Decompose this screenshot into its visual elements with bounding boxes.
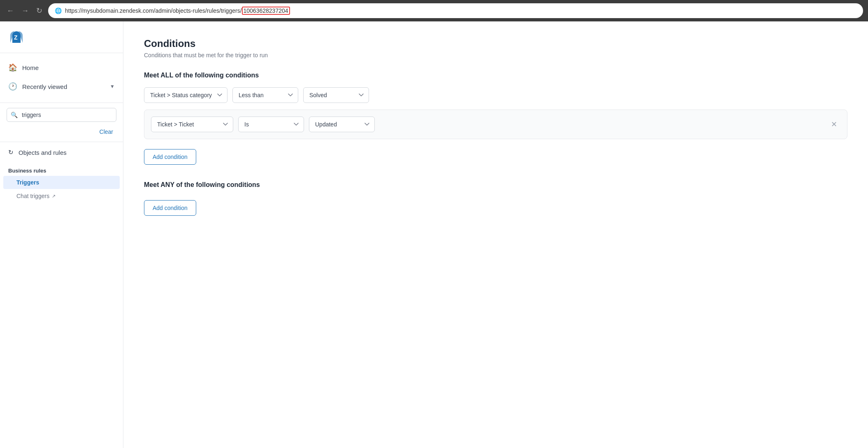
- add-condition-any-button[interactable]: Add condition: [144, 200, 196, 216]
- back-button[interactable]: ←: [5, 5, 16, 17]
- url-highlight: 10063628237204: [242, 7, 290, 15]
- svg-text:Z: Z: [14, 34, 18, 41]
- url-text: https://mysubdomain.zendesk.com/admin/ob…: [65, 7, 856, 14]
- forward-button[interactable]: →: [20, 5, 30, 17]
- condition2-value-dropdown[interactable]: Updated: [309, 117, 375, 132]
- business-rules-label: Business rules: [0, 164, 123, 175]
- objects-rules-label: Objects and rules: [19, 149, 67, 156]
- any-conditions-section: Meet ANY of the following conditions Add…: [144, 181, 847, 216]
- chevron-down-icon: ▼: [110, 84, 115, 89]
- objects-rules-icon: ↻: [8, 149, 14, 156]
- condition2-operator-dropdown[interactable]: Is: [238, 117, 304, 132]
- condition2-delete-button[interactable]: ✕: [828, 118, 840, 131]
- sidebar-item-chat-triggers[interactable]: Chat triggers ↗: [3, 189, 120, 203]
- home-icon: 🏠: [8, 63, 17, 72]
- sidebar-item-triggers[interactable]: Triggers: [3, 176, 120, 189]
- sidebar-divider: [0, 103, 123, 103]
- sidebar-item-home[interactable]: 🏠 Home: [0, 58, 123, 77]
- condition2-dropdowns: Ticket > Ticket Is Updated: [151, 117, 824, 132]
- address-bar[interactable]: 🌐 https://mysubdomain.zendesk.com/admin/…: [48, 3, 863, 18]
- sidebar: Z 🏠 Home 🕐 Recently viewed ▼ 🔍: [0, 21, 123, 448]
- reload-button[interactable]: ↻: [35, 5, 44, 17]
- clock-icon: 🕐: [8, 82, 17, 91]
- external-link-icon: ↗: [52, 194, 56, 199]
- browser-chrome: ← → ↻ 🌐 https://mysubdomain.zendesk.com/…: [0, 0, 868, 21]
- page-title: Conditions: [144, 38, 847, 49]
- condition2-field-dropdown[interactable]: Ticket > Ticket: [151, 117, 233, 132]
- condition-row-2: Ticket > Ticket Is Updated ✕: [144, 110, 847, 139]
- any-conditions-heading: Meet ANY of the following conditions: [144, 181, 847, 189]
- all-conditions-section: Meet ALL of the following conditions Tic…: [144, 72, 847, 165]
- add-condition-all-button[interactable]: Add condition: [144, 149, 196, 165]
- clear-button[interactable]: Clear: [96, 127, 116, 137]
- main-content: Conditions Conditions that must be met f…: [123, 21, 868, 448]
- search-input[interactable]: [7, 108, 116, 122]
- page-subtitle: Conditions that must be met for the trig…: [144, 52, 847, 58]
- sidebar-item-recently-viewed[interactable]: 🕐 Recently viewed ▼: [0, 77, 123, 96]
- recently-viewed-label: Recently viewed: [22, 83, 67, 90]
- zendesk-logo-svg: Z: [8, 31, 25, 43]
- sidebar-logo: Z: [0, 21, 123, 53]
- sidebar-divider-2: [0, 142, 123, 142]
- search-icon: 🔍: [11, 112, 18, 118]
- condition-row-1: Ticket > Status category Less than Solve…: [144, 87, 847, 103]
- condition1-field-dropdown[interactable]: Ticket > Status category: [144, 87, 227, 103]
- sidebar-search: 🔍: [7, 108, 116, 122]
- home-label: Home: [22, 64, 39, 71]
- condition1-operator-dropdown[interactable]: Less than: [232, 87, 298, 103]
- condition1-value-dropdown[interactable]: Solved: [303, 87, 369, 103]
- sidebar-item-objects-rules[interactable]: ↻ Objects and rules: [0, 144, 123, 161]
- all-conditions-heading: Meet ALL of the following conditions: [144, 72, 847, 79]
- globe-icon: 🌐: [55, 7, 62, 14]
